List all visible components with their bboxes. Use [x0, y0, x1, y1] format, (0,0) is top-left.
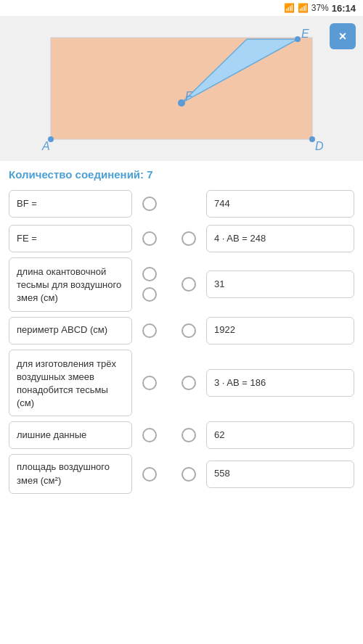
- match-row-4: периметр ABCD (см) 1922: [9, 315, 354, 347]
- radio-62-right[interactable]: [182, 428, 196, 442]
- radio-perimeter-left[interactable]: [142, 323, 157, 338]
- matching-table: BF = 744 FE =: [9, 188, 354, 494]
- right-item-62: 62: [206, 421, 354, 449]
- right-item-3ab: 3 · AB = 186: [206, 369, 354, 397]
- match-row-3: длина окантовочной тесьмы для воздушного…: [9, 257, 354, 312]
- match-row-6: лишние данные 62: [9, 419, 354, 451]
- radio-fe-left[interactable]: [142, 231, 157, 246]
- radio-threekites-left[interactable]: [142, 376, 157, 390]
- radio-col-right-6: [176, 428, 202, 442]
- right-item-744: 744: [206, 190, 354, 218]
- status-bar: 📶 📶 37% 16:14: [0, 0, 363, 16]
- right-item-1922: 1922: [206, 317, 354, 344]
- left-item-ribbon: длина окантовочной тесьмы для воздушного…: [9, 257, 132, 312]
- radio-extra-left[interactable]: [142, 428, 157, 442]
- radio-col-right-4: [176, 323, 202, 338]
- radio-col-right-3: [176, 277, 202, 292]
- kite-diagram-area: A D E F ×: [0, 16, 363, 161]
- right-item-4ab: 4 · AB = 248: [206, 225, 354, 252]
- match-row-2: FE = 4 · AB = 248: [9, 223, 354, 255]
- time-display: 16:14: [332, 3, 356, 14]
- svg-text:A: A: [41, 140, 50, 152]
- main-content: Количество соединений: 7 BF = 744 FE =: [0, 161, 363, 501]
- left-item-area: площадь воздушного змея (см²): [9, 454, 132, 493]
- left-item-bf: BF =: [9, 190, 132, 218]
- radio-1922-right[interactable]: [182, 323, 196, 338]
- right-item-31: 31: [206, 271, 354, 298]
- left-item-three-kites: для изготовления трёх воздушных змеев по…: [9, 350, 132, 417]
- svg-point-4: [309, 136, 315, 142]
- svg-text:D: D: [315, 140, 324, 152]
- svg-text:F: F: [185, 90, 193, 102]
- wifi-icon: 📶: [298, 3, 309, 13]
- svg-point-8: [178, 99, 185, 107]
- radio-bf-left[interactable]: [142, 197, 157, 211]
- kite-svg: A D E F: [29, 23, 334, 154]
- svg-point-6: [295, 36, 301, 42]
- radio-31-right[interactable]: [182, 277, 196, 292]
- radio-area-left[interactable]: [142, 467, 157, 482]
- left-item-perimeter: периметр ABCD (см): [9, 317, 132, 344]
- radio-col-left-2: [136, 231, 163, 246]
- match-row-7: площадь воздушного змея (см²) 558: [9, 454, 354, 493]
- radio-ribbon-left[interactable]: [142, 267, 157, 281]
- left-item-extra: лишние данные: [9, 421, 132, 449]
- radio-3ab-right[interactable]: [182, 376, 196, 390]
- right-item-558: 558: [206, 461, 354, 488]
- radio-ribbon-left2[interactable]: [142, 287, 157, 302]
- radio-col-left-5: [136, 376, 163, 390]
- radio-col-left-7: [136, 467, 163, 482]
- section-title: Количество соединений: 7: [9, 168, 354, 181]
- status-icons: 📶 📶 37% 16:14: [284, 3, 356, 14]
- battery-text: 37%: [311, 3, 329, 13]
- radio-col-left-6: [136, 428, 163, 442]
- radio-4ab-right[interactable]: [182, 231, 196, 246]
- radio-col-left-3: [136, 267, 163, 302]
- svg-text:E: E: [301, 28, 309, 40]
- signal-icon: 📶: [284, 3, 295, 13]
- radio-col-right-2: [176, 231, 202, 246]
- left-item-fe: FE =: [9, 225, 132, 252]
- radio-col-left-4: [136, 323, 163, 338]
- close-button[interactable]: ×: [330, 23, 356, 49]
- match-row-1: BF = 744: [9, 188, 354, 220]
- radio-col-right-7: [176, 467, 202, 482]
- radio-558-right[interactable]: [182, 467, 196, 482]
- radio-col-right-5: [176, 376, 202, 390]
- match-row-5: для изготовления трёх воздушных змеев по…: [9, 350, 354, 417]
- radio-col-left-1: [136, 197, 163, 211]
